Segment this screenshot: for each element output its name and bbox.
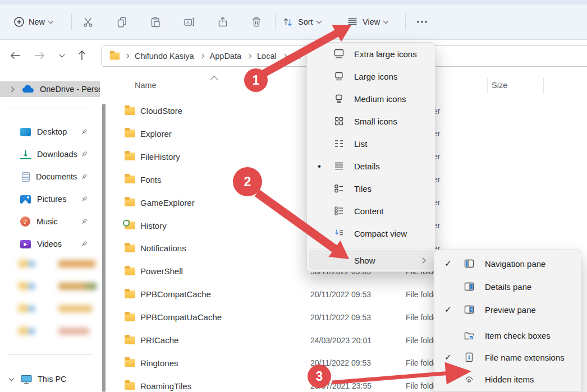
column-header-name[interactable]: Name [135, 81, 157, 90]
sidebar-item-label: Pictures [37, 195, 66, 204]
pin-icon [80, 218, 88, 225]
breadcrumb-item[interactable]: Chifundo Kasiya [134, 52, 195, 61]
file-date-modified: 23/07/2021 23:55 [310, 381, 372, 390]
show-submenu-item[interactable]: ✓ Preview pane [434, 298, 582, 321]
sidebar-pinned-item[interactable]: Music [0, 211, 100, 232]
file-name: PPBCompatCache [140, 289, 211, 299]
sidebar-item-icon [20, 240, 31, 248]
file-name: FileHistory [140, 152, 180, 162]
command-toolbar: New A Sort View [0, 4, 587, 40]
show-submenu-item[interactable]: ✓ Hidden items [434, 368, 582, 390]
back-button[interactable] [7, 47, 25, 64]
menu-divider [435, 321, 581, 321]
sidebar-pinned-item[interactable]: Desktop [0, 122, 100, 142]
column-divider[interactable] [487, 78, 488, 94]
sidebar-item-this-pc[interactable]: This PC [0, 370, 100, 388]
breadcrumb-separator-icon [282, 54, 286, 58]
breadcrumb-item[interactable]: Local [256, 52, 278, 61]
view-menu-item-label: Tiles [354, 184, 372, 193]
file-name: Fonts [140, 175, 162, 185]
blurred-sidebar-item[interactable] [0, 322, 100, 342]
view-button-label: View [363, 17, 380, 26]
show-submenu-item[interactable]: ✓ File name extensions [434, 346, 582, 368]
address-row: Chifundo Kasiya AppData Local Mi [0, 40, 587, 71]
view-menu-item[interactable]: • Compact view [307, 222, 436, 245]
sidebar-scrollbar[interactable] [102, 104, 106, 392]
view-menu-item[interactable]: • Small icons [307, 110, 436, 132]
column-header-size[interactable]: Size [492, 81, 507, 90]
sort-icon [282, 16, 294, 28]
ellipsis-icon [415, 16, 429, 28]
sort-button[interactable]: Sort [282, 4, 321, 39]
sidebar-pinned-item[interactable]: Downloads [0, 144, 100, 164]
file-date-modified: 20/11/2022 09:53 [310, 313, 371, 322]
recent-locations-button[interactable] [53, 47, 71, 64]
forward-arrow-icon [34, 51, 45, 60]
cut-button[interactable] [77, 11, 99, 33]
see-more-button[interactable] [411, 11, 433, 33]
file-date-modified: 20/11/2022 09:53 [310, 358, 371, 367]
view-button[interactable]: View [346, 4, 388, 39]
view-menu-item-label: Medium icons [354, 94, 406, 104]
show-submenu-item[interactable]: ✓ Details pane [434, 275, 582, 298]
new-button[interactable]: New [13, 4, 53, 39]
pin-icon [80, 128, 88, 136]
sort-ascending-icon[interactable] [210, 76, 218, 83]
view-menu-item[interactable]: • Details [307, 155, 436, 177]
folder-icon [125, 336, 135, 344]
view-menu-item-icon [333, 116, 345, 127]
view-menu-item[interactable]: • Content [307, 200, 436, 222]
breadcrumb-item[interactable]: AppData [209, 52, 242, 61]
show-submenu-item[interactable]: ✓ Navigation pane [434, 252, 582, 275]
show-submenu-item-label: Navigation pane [485, 259, 545, 269]
view-menu-item-icon [333, 183, 345, 194]
delete-button[interactable] [245, 11, 268, 33]
up-button[interactable] [73, 47, 91, 64]
paste-button[interactable] [144, 11, 167, 33]
up-arrow-icon [77, 50, 86, 61]
blurred-sidebar-item[interactable] [0, 300, 100, 319]
trash-icon [250, 16, 263, 28]
show-submenu-item-label: Details pane [485, 282, 531, 292]
file-name: PowerShell [140, 266, 183, 276]
chevron-down-icon [316, 19, 322, 24]
toolbar-divider [71, 13, 72, 30]
view-menu-item-show[interactable]: Show [309, 250, 434, 270]
sidebar-item-onedrive[interactable]: OneDrive - Perso [0, 81, 100, 97]
chevron-right-icon[interactable] [9, 86, 15, 92]
file-name: Notifications [140, 243, 186, 253]
chevron-down-icon[interactable] [9, 375, 15, 381]
column-divider[interactable] [543, 78, 544, 94]
blurred-sidebar-item[interactable] [0, 255, 100, 274]
forward-button[interactable] [30, 47, 48, 64]
view-menu-item[interactable]: • List [307, 132, 436, 155]
show-submenu-item-icon [464, 304, 475, 315]
show-submenu-item-label: File name extensions [485, 353, 565, 362]
file-name: PPBCompatUaCache [140, 312, 222, 322]
view-menu-item-icon [333, 160, 345, 172]
sidebar-pinned-item[interactable]: Videos [0, 234, 100, 254]
view-menu-item-label: Content [354, 206, 384, 216]
checkmark-icon: ✓ [444, 259, 452, 269]
back-arrow-icon [10, 51, 21, 60]
toolbar-divider [275, 13, 276, 30]
sidebar-pinned-item[interactable]: Pictures [0, 189, 100, 209]
copy-button[interactable] [111, 11, 133, 33]
sidebar-item-label: Desktop [37, 127, 67, 136]
blurred-sidebar-item[interactable] [0, 278, 100, 297]
view-menu-item[interactable]: • Tiles [307, 177, 436, 200]
show-submenu-item[interactable]: ✓ Item check boxes [434, 324, 582, 347]
view-menu-item[interactable]: • Extra large icons [307, 43, 436, 65]
breadcrumb-item[interactable]: Mi [291, 52, 302, 61]
sidebar-pinned-item[interactable]: Documents [0, 167, 100, 187]
view-menu-item[interactable]: • Large icons [307, 65, 436, 87]
sidebar-item-label: This PC [38, 375, 67, 384]
rename-button[interactable]: A [178, 11, 200, 33]
share-button[interactable] [212, 11, 234, 33]
file-name: RoamingTiles [140, 381, 191, 391]
show-submenu-item-icon [464, 258, 475, 269]
view-menu-item[interactable]: • Medium icons [307, 87, 436, 110]
folder-icon [125, 382, 135, 390]
sidebar-item-label: Music [36, 217, 58, 226]
copy-icon [116, 16, 128, 28]
